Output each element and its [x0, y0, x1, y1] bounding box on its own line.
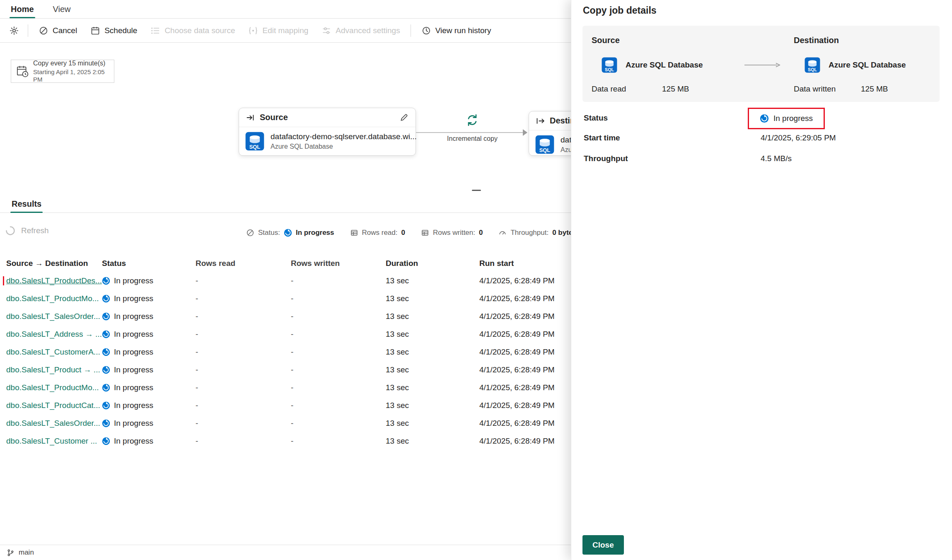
in-progress-icon: [102, 401, 110, 410]
summary-status-value: In progress: [296, 229, 334, 237]
row-run-start: 4/1/2025, 6:28:49 PM: [479, 401, 571, 410]
row-rows-read: -: [196, 437, 291, 446]
row-source-link[interactable]: dbo.SalesLT_SalesOrder...: [6, 312, 100, 321]
row-source-link[interactable]: dbo.SalesLT_ProductDes...: [6, 276, 102, 285]
copy-job-details-panel: Copy job details Source Destination SQL …: [571, 0, 952, 560]
cancel-icon: [39, 26, 48, 36]
table-icon: [421, 229, 429, 237]
status-field-label: Status: [584, 113, 608, 123]
throughput-value: 4.5 MB/s: [761, 154, 792, 163]
row-status-label: In progress: [114, 365, 153, 374]
schedule-frequency: Copy every 15 minute(s): [33, 59, 109, 67]
view-run-history-label: View run history: [435, 26, 491, 35]
refresh-spinner-icon: [5, 225, 16, 236]
table-row[interactable]: dbo.SalesLT_Address → ... In progress - …: [0, 325, 571, 343]
row-source-link[interactable]: dbo.SalesLT_ProductCat...: [6, 401, 100, 410]
row-rows-written: -: [291, 437, 386, 446]
in-progress-icon: [102, 312, 110, 321]
row-rows-written: -: [291, 365, 386, 374]
git-branch-icon: [7, 549, 14, 557]
connector-arrowhead: [523, 129, 527, 136]
cancel-button[interactable]: Cancel: [32, 22, 84, 40]
row-rows-written: -: [291, 383, 386, 392]
calendar-clock-icon: [16, 65, 29, 77]
table-row[interactable]: dbo.SalesLT_ProductMo... In progress - -…: [0, 379, 571, 396]
mapping-icon: [248, 26, 258, 36]
view-run-history-button[interactable]: View run history: [415, 22, 498, 40]
row-source-link[interactable]: dbo.SalesLT_Customer ...: [6, 437, 97, 445]
row-status-cell: In progress: [102, 383, 196, 392]
col-rows-read[interactable]: Rows read: [196, 259, 291, 268]
row-duration: 13 sec: [386, 312, 479, 321]
summary-throughput: Throughput: 0 byte/s: [498, 229, 571, 237]
refresh-button: Refresh: [5, 225, 49, 236]
source-connection-name: datafactory-demo-sqlserver.database.wi..…: [271, 132, 417, 141]
tab-results[interactable]: Results: [10, 198, 43, 212]
annotation-box-status: In progress: [748, 108, 825, 129]
row-source-link[interactable]: dbo.SalesLT_Address → ...: [6, 330, 102, 338]
table-row[interactable]: dbo.SalesLT_ProductMo... In progress - -…: [0, 290, 571, 307]
panel-destination-type: Azure SQL Database: [829, 60, 906, 70]
results-tab-bar: Results: [0, 198, 571, 213]
tab-view[interactable]: View: [51, 0, 73, 18]
branch-selector[interactable]: main: [19, 548, 34, 557]
row-rows-written: -: [291, 401, 386, 410]
row-rows-written: -: [291, 348, 386, 357]
source-destination-summary: Source Destination SQL Azure SQL Databas…: [582, 26, 940, 102]
results-rows: dbo.SalesLT_ProductDes... In progress - …: [0, 272, 571, 450]
col-run-start[interactable]: Run start: [479, 259, 571, 268]
row-source-link[interactable]: dbo.SalesLT_SalesOrder...: [6, 419, 100, 427]
row-source-link[interactable]: dbo.SalesLT_ProductMo...: [6, 294, 99, 303]
incremental-copy-icon[interactable]: [465, 113, 480, 128]
tab-home[interactable]: Home: [8, 0, 36, 18]
col-rows-written[interactable]: Rows written: [291, 259, 386, 268]
table-row[interactable]: dbo.SalesLT_SalesOrder... In progress - …: [0, 307, 571, 325]
gauge-icon: [498, 229, 507, 237]
table-row[interactable]: dbo.SalesLT_SalesOrder... In progress - …: [0, 414, 571, 432]
row-source-link[interactable]: dbo.SalesLT_ProductMo...: [6, 383, 99, 392]
data-source-list-icon: [150, 26, 160, 36]
row-source-link[interactable]: dbo.SalesLT_Product → ...: [6, 365, 100, 374]
summary-status: Status: In progress: [246, 229, 334, 237]
table-row[interactable]: dbo.SalesLT_ProductCat... In progress - …: [0, 396, 571, 414]
col-status[interactable]: Status: [102, 259, 196, 268]
edit-source-button[interactable]: [399, 113, 409, 123]
schedule-label: Schedule: [104, 26, 137, 35]
panel-source-type: Azure SQL Database: [626, 60, 703, 70]
row-run-start: 4/1/2025, 6:28:49 PM: [479, 294, 571, 303]
summary-rows-written-label: Rows written:: [433, 229, 475, 237]
col-source-destination[interactable]: Source → Destination: [0, 259, 102, 268]
in-progress-icon: [760, 114, 769, 123]
schedule-start: Starting April 1, 2025 2:05 PM: [33, 68, 109, 83]
destination-connection-type: Azure SQL Database: [561, 146, 571, 154]
table-row[interactable]: dbo.SalesLT_Product → ... In progress - …: [0, 361, 571, 379]
settings-button[interactable]: [4, 22, 24, 40]
row-source-link[interactable]: dbo.SalesLT_CustomerA...: [6, 348, 100, 356]
summary-rows-read-value: 0: [401, 229, 405, 237]
col-duration[interactable]: Duration: [386, 259, 479, 268]
row-duration: 13 sec: [386, 383, 479, 392]
table-row[interactable]: dbo.SalesLT_ProductDes... In progress - …: [0, 272, 571, 290]
destination-node-card[interactable]: Destination SQL datafactory-demo-sqlserv…: [529, 111, 571, 156]
row-duration: 13 sec: [386, 276, 479, 285]
flow-arrow-icon: [743, 61, 781, 69]
table-row[interactable]: dbo.SalesLT_Customer ... In progress - -…: [0, 432, 571, 450]
data-written-value: 125 MB: [861, 84, 888, 94]
throughput-label: Throughput: [584, 154, 628, 163]
close-button[interactable]: Close: [582, 535, 624, 555]
status-field-value: In progress: [773, 114, 813, 123]
schedule-button[interactable]: Schedule: [84, 22, 144, 40]
canvas-collapse-handle[interactable]: [472, 190, 481, 191]
svg-text:SQL: SQL: [249, 144, 261, 150]
table-row[interactable]: dbo.SalesLT_CustomerA... In progress - -…: [0, 343, 571, 361]
destination-node-info: datafactory-demo-sqlserver.database.wi..…: [561, 135, 571, 154]
data-read-label: Data read: [592, 84, 626, 94]
row-status-cell: In progress: [102, 276, 196, 285]
row-duration: 13 sec: [386, 348, 479, 357]
source-node-card[interactable]: Source SQL datafactory-demo-sqlserver.da…: [239, 108, 416, 156]
summary-rows-written: Rows written: 0: [421, 229, 483, 237]
svg-text:SQL: SQL: [605, 67, 614, 72]
panel-source-label: Source: [592, 36, 620, 45]
row-status-cell: In progress: [102, 365, 196, 374]
data-written-label: Data written: [794, 84, 836, 94]
